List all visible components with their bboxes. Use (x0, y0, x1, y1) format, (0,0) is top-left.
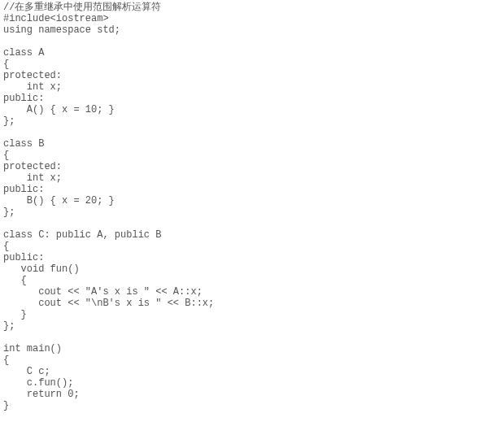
code-block: //在多重继承中使用范围解析运算符 #include<iostream> usi… (0, 0, 488, 413)
